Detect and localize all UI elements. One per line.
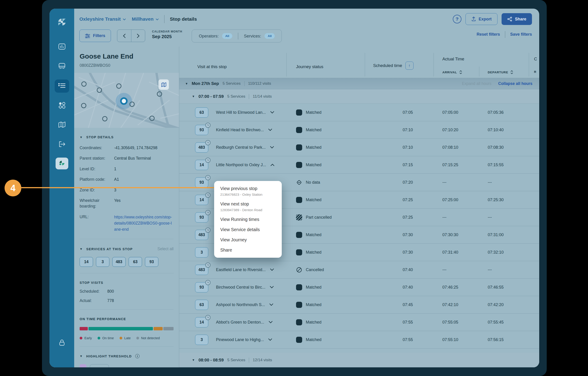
visit-row[interactable]: 93 Kinfield Head to Birchwo... Matched 0… xyxy=(179,121,539,139)
chevron-down-icon xyxy=(268,129,273,131)
select-all-link[interactable]: Select all xyxy=(158,247,174,251)
stop-map[interactable] xyxy=(74,73,179,128)
date-group-row[interactable]: ▼ Mon 27th Sep 5 Services 110/112 visits… xyxy=(179,78,539,89)
visit-row[interactable]: 483 Redburgh Central to Park... Matched … xyxy=(179,139,539,156)
actual-arrival: 07:30:30 xyxy=(442,232,458,237)
divider xyxy=(80,273,174,273)
help-button[interactable]: ? xyxy=(453,15,462,23)
prev-month-button[interactable] xyxy=(117,30,131,42)
row-menu-toggle[interactable] xyxy=(270,146,274,149)
matched-status-icon xyxy=(296,110,302,116)
service-chip[interactable]: 3 xyxy=(96,257,109,267)
collapse-all-hours-link[interactable]: Collapse all hours xyxy=(498,81,532,86)
context-menu-item[interactable]: View next stop 1283947389 - Denton Road xyxy=(214,199,282,214)
expand-all-hours-link[interactable]: Expand all hours xyxy=(462,81,491,86)
threshold-color-chip[interactable] xyxy=(80,364,86,367)
scheduled-sort-button[interactable]: ↑ xyxy=(405,62,414,70)
stop-url-link[interactable]: https://www.oxleyshire.com/stop-details/… xyxy=(114,214,174,232)
divider xyxy=(505,31,505,38)
operators-services-filter[interactable]: Operators: All Services: All xyxy=(192,30,282,43)
threshold-value-box[interactable] xyxy=(90,364,109,367)
services-section-header[interactable]: ▼ SERVICES AT THIS STOP Select all xyxy=(80,247,174,251)
field-label: Coordinates: xyxy=(80,145,114,151)
actual-arrival: 07:55:05 xyxy=(442,320,458,325)
hour-group-row[interactable]: ▼ 07:00 - 07:59 5 Services 11/14 visits xyxy=(179,89,539,104)
row-menu-toggle[interactable] xyxy=(268,129,273,131)
service-chip[interactable]: 14 xyxy=(80,257,93,267)
row-menu-toggle[interactable] xyxy=(270,268,274,271)
divider xyxy=(286,53,286,77)
next-month-button[interactable] xyxy=(131,30,145,42)
hour-group-row-next[interactable]: ▼ 08:00 - 08:59 5 Services 12/14 visits xyxy=(179,353,539,367)
collapse-caret-icon: ▼ xyxy=(80,247,83,251)
visit-row[interactable]: 14 Abbot's Green to Denton... Matched 07… xyxy=(179,314,539,331)
context-menu-item[interactable]: Share xyxy=(214,245,282,255)
filters-button[interactable]: Filters xyxy=(79,30,111,42)
cancelled-status-icon xyxy=(296,267,302,273)
stop-details-section-header[interactable]: ▼ STOP DETAILS xyxy=(80,135,174,139)
otp-segment xyxy=(154,327,163,330)
info-icon[interactable]: i xyxy=(135,354,139,358)
bar-chart-icon xyxy=(57,42,66,52)
col-arrival-header[interactable]: ARRIVAL xyxy=(442,70,462,74)
legend-label: Late xyxy=(124,336,131,340)
chevron-down-icon xyxy=(270,146,274,149)
sidebar-item-app-tile[interactable] xyxy=(56,158,68,169)
clipped-column-subheader: R xyxy=(534,70,536,74)
field-value: 1 xyxy=(114,166,174,172)
visit-row[interactable]: 93 Birchwood Central to Birc... Matched … xyxy=(179,279,539,296)
visit-row[interactable]: 3 Pinewood Lane to Highg... Matched 07:5… xyxy=(179,331,539,349)
row-menu-toggle[interactable] xyxy=(270,286,274,288)
row-menu-toggle[interactable] xyxy=(269,303,273,306)
export-button[interactable]: Export xyxy=(465,13,497,25)
actual-departure: 07:25:30 xyxy=(488,198,504,202)
calendar-month-label: CALENDAR MONTH xyxy=(152,30,182,33)
visit-row[interactable]: 63 West Hill to Elmwood Lan... Matched 0… xyxy=(179,104,539,121)
row-menu-toggle[interactable] xyxy=(270,164,275,166)
visit-row[interactable]: 63 Ashpool to Northmouth S... Matched 07… xyxy=(179,296,539,314)
service-chip[interactable]: 483 xyxy=(112,257,126,267)
reset-filters-link[interactable]: Reset filters xyxy=(477,32,500,37)
col-departure-header[interactable]: DEPARTURE xyxy=(488,70,513,74)
chevron-down-icon xyxy=(269,303,273,306)
context-menu-item[interactable]: View Running times xyxy=(214,214,282,225)
sidebar-item-logout[interactable] xyxy=(55,138,69,151)
visit-row[interactable]: 483 Eastfield Lane to Riversid... Cancel… xyxy=(179,261,539,279)
service-chip[interactable]: 93 xyxy=(145,257,158,267)
context-menu-item[interactable]: View previous stop 2136476823 - Oxley St… xyxy=(214,183,282,199)
sidebar-item-modes[interactable] xyxy=(55,99,69,112)
share-button[interactable]: Share xyxy=(502,13,532,25)
sidebar-item-dashboard[interactable] xyxy=(55,40,69,54)
save-filters-link[interactable]: Save filters xyxy=(510,32,532,37)
context-menu-item[interactable]: View Journey xyxy=(214,235,282,245)
divider xyxy=(249,358,249,363)
journey-name: Redburgh Central to Park... xyxy=(216,145,266,150)
stop-details-panel: Goose Lane End 0800ZZBWBOS0 xyxy=(74,46,179,367)
stop-detail-field: Platform code: A1 xyxy=(80,177,174,182)
visit-row[interactable]: 14 Little Northpool to Oxley J... Matche… xyxy=(179,156,539,174)
service-chip[interactable]: 63 xyxy=(129,257,142,267)
journey-name: Eastfield Lane to Riversid... xyxy=(216,267,266,272)
context-menu-item[interactable]: View Service details xyxy=(214,225,282,235)
actual-departure: 07:42:20 xyxy=(488,302,504,307)
breadcrumb-region[interactable]: Millhaven xyxy=(132,16,159,22)
divider xyxy=(479,66,479,77)
clock-icon xyxy=(205,175,210,180)
matched-status-icon xyxy=(296,144,302,151)
journey-name: Ashpool to Northmouth S... xyxy=(216,302,265,307)
date-label: Mon 27th Sep xyxy=(192,81,219,86)
sidebar-item-map[interactable] xyxy=(55,119,69,132)
open-map-button[interactable] xyxy=(158,79,169,90)
matched-status-icon xyxy=(296,319,302,325)
row-menu-toggle[interactable] xyxy=(268,338,273,341)
sidebar-item-vehicles[interactable] xyxy=(55,60,69,73)
divider xyxy=(433,53,434,77)
row-menu-toggle[interactable] xyxy=(270,111,274,114)
row-menu-toggle[interactable] xyxy=(268,321,273,323)
service-chips: 14 3 483 63 93 xyxy=(80,257,174,267)
highlight-threshold-header[interactable]: ▼ HIGHLIGHT THRESHOLD i xyxy=(80,354,174,358)
breadcrumb-operator[interactable]: Oxleyshire Transit xyxy=(79,16,126,22)
sort-updown-icon xyxy=(510,70,513,74)
sidebar-item-stop-list[interactable] xyxy=(55,79,69,93)
services-all-badge: All xyxy=(264,33,275,39)
